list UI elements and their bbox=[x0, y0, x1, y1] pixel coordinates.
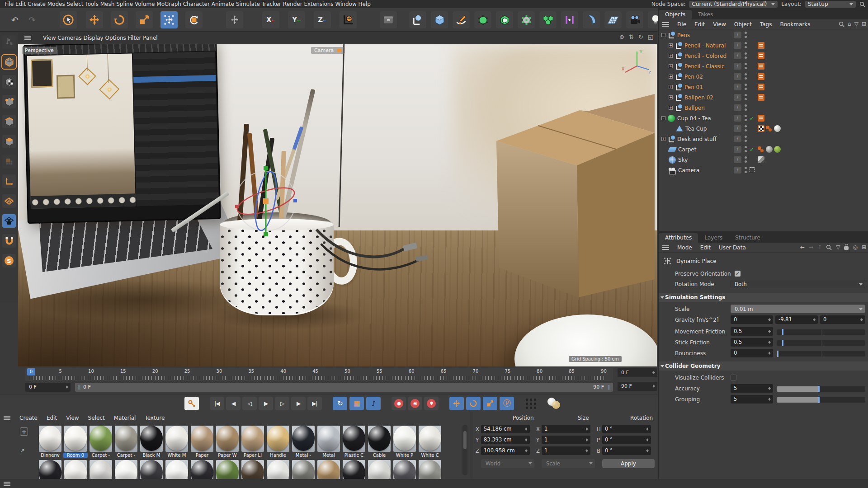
material-item[interactable] bbox=[241, 460, 264, 479]
object-name[interactable]: Tea Cup bbox=[685, 126, 707, 132]
material-item[interactable] bbox=[191, 460, 213, 479]
material-item[interactable]: Room 0 bbox=[64, 426, 87, 452]
accuracy-slider[interactable] bbox=[777, 386, 865, 392]
viewport-menu-item[interactable]: Cameras bbox=[57, 35, 81, 41]
menu-item[interactable]: Simulate bbox=[236, 1, 260, 7]
gravity-y-field[interactable]: -9.81 bbox=[775, 315, 818, 324]
material-item[interactable] bbox=[216, 460, 239, 479]
object-name[interactable]: Pencil - Classic bbox=[684, 63, 725, 70]
viewport-menu-item[interactable]: Filter bbox=[128, 35, 142, 41]
subdivision-surface-button[interactable] bbox=[474, 11, 491, 28]
solo-animation-button[interactable] bbox=[547, 398, 561, 409]
edge-mode-button[interactable] bbox=[2, 115, 16, 128]
note-tag[interactable] bbox=[758, 94, 764, 101]
layer-toggle[interactable]: / bbox=[734, 63, 741, 70]
sketch-tool-button[interactable] bbox=[409, 11, 426, 28]
apply-button[interactable]: Apply bbox=[602, 459, 655, 468]
note-tag[interactable] bbox=[758, 63, 764, 70]
spinner-icon[interactable] bbox=[585, 437, 589, 443]
viewport-menu-icon[interactable] bbox=[24, 36, 31, 40]
spinner-icon[interactable] bbox=[646, 437, 650, 443]
play-button[interactable]: ▶ bbox=[259, 397, 273, 410]
expander-icon[interactable]: + bbox=[669, 75, 673, 79]
material-item[interactable] bbox=[393, 460, 416, 479]
object-name[interactable]: Camera bbox=[678, 167, 699, 174]
camera-focus-icon[interactable] bbox=[750, 167, 755, 172]
material-item[interactable]: White M bbox=[165, 426, 188, 452]
simulate-move-tool-button[interactable] bbox=[226, 11, 243, 28]
table-row[interactable]: + Desk and stuff / bbox=[659, 134, 868, 144]
search-icon[interactable] bbox=[859, 1, 865, 7]
spinner-icon[interactable] bbox=[524, 448, 528, 454]
menu-item[interactable]: Render bbox=[283, 1, 302, 7]
material-item[interactable] bbox=[115, 460, 137, 479]
search-icon[interactable] bbox=[826, 244, 832, 250]
spline-pen-button[interactable] bbox=[453, 11, 470, 28]
object-menu-item[interactable]: Bookmarks bbox=[780, 21, 811, 28]
show-keyframes-button[interactable]: ▦ bbox=[349, 397, 364, 410]
layer-toggle[interactable]: / bbox=[734, 167, 741, 174]
object-name[interactable]: Pen 02 bbox=[684, 74, 703, 80]
pick-material-icon[interactable]: ↗ bbox=[20, 447, 32, 454]
layer-toggle[interactable]: / bbox=[734, 125, 741, 132]
expander-icon[interactable]: - bbox=[661, 33, 665, 37]
prev-frame-button[interactable]: ◁ bbox=[242, 397, 257, 410]
camera-toggle-icon[interactable] bbox=[337, 49, 342, 52]
table-row[interactable]: Camera / bbox=[659, 165, 868, 175]
polygon-mode-button[interactable] bbox=[2, 135, 16, 148]
visibility-dots[interactable] bbox=[745, 94, 747, 101]
expander-icon[interactable]: + bbox=[669, 106, 673, 110]
record-position-toggle[interactable] bbox=[449, 397, 464, 410]
record-position-button[interactable]: ● bbox=[392, 397, 406, 410]
expander-icon[interactable]: + bbox=[669, 95, 673, 99]
material-item[interactable]: Plastic C bbox=[343, 426, 365, 452]
playhead[interactable]: 0 bbox=[27, 368, 35, 375]
object-menu-item[interactable]: Tags bbox=[760, 21, 772, 28]
menu-item[interactable]: Mesh bbox=[100, 1, 115, 7]
material-item[interactable] bbox=[317, 460, 340, 479]
material-item[interactable] bbox=[419, 460, 441, 479]
object-name[interactable]: Sky bbox=[678, 157, 688, 163]
layer-toggle[interactable]: / bbox=[734, 94, 741, 101]
material-menu-item[interactable]: Texture bbox=[145, 415, 165, 421]
material-item[interactable]: White C bbox=[419, 426, 441, 452]
viewport-menu-item[interactable]: Panel bbox=[143, 35, 157, 41]
texture-mode-button[interactable] bbox=[2, 75, 16, 89]
workplane-mode-button[interactable] bbox=[2, 194, 16, 208]
material-scrollbar[interactable] bbox=[462, 425, 467, 475]
material-item[interactable]: Metal - bbox=[292, 426, 315, 452]
camera-button[interactable] bbox=[626, 11, 643, 28]
model-mode-button[interactable] bbox=[2, 55, 16, 69]
cloner-button[interactable] bbox=[539, 11, 557, 28]
note-tag[interactable] bbox=[758, 84, 764, 90]
menu-item[interactable]: MoGraph bbox=[156, 1, 181, 7]
expander-icon[interactable]: + bbox=[669, 85, 673, 89]
undo-button[interactable]: ↶ bbox=[6, 11, 24, 28]
z-axis-lock-button[interactable]: Z⌙ bbox=[314, 11, 331, 28]
menu-item[interactable]: Window bbox=[335, 1, 356, 7]
position-z-field[interactable]: 100.958 cm bbox=[481, 446, 530, 455]
size-x-field[interactable]: 1 bbox=[542, 425, 590, 433]
keyframe-selection-grid[interactable] bbox=[525, 398, 537, 409]
node-space-dropdown[interactable]: Current (Standard/Physical) bbox=[689, 1, 778, 8]
menu-item[interactable]: Edit bbox=[15, 1, 26, 7]
table-row[interactable]: + Ballpen 02 / bbox=[659, 92, 868, 103]
status-menu-icon[interactable] bbox=[4, 482, 10, 486]
visibility-dots[interactable] bbox=[745, 73, 747, 80]
tab[interactable]: Takes bbox=[692, 10, 719, 19]
visibility-dots[interactable] bbox=[745, 52, 747, 59]
snap-button[interactable] bbox=[2, 234, 16, 248]
attribute-menu-icon[interactable] bbox=[662, 245, 669, 250]
material-menu-item[interactable]: Create bbox=[19, 415, 38, 421]
make-editable-button[interactable] bbox=[2, 35, 16, 49]
object-menu-icon[interactable] bbox=[662, 22, 669, 27]
size-y-field[interactable]: 1 bbox=[542, 436, 590, 444]
object-name[interactable]: Ballpen bbox=[684, 105, 705, 111]
filter-icon[interactable]: ▽ bbox=[854, 21, 859, 27]
material-item[interactable]: Carpet - bbox=[90, 426, 112, 452]
bounciness-field[interactable]: 0 bbox=[731, 349, 773, 357]
floor-button[interactable] bbox=[604, 11, 622, 28]
rotation-mode-dropdown[interactable]: Both bbox=[731, 280, 865, 288]
spinner-icon[interactable] bbox=[768, 339, 772, 345]
visibility-dots[interactable] bbox=[745, 104, 747, 111]
